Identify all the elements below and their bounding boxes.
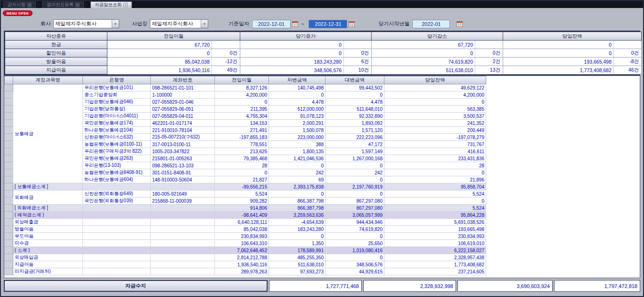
bank-name-cell[interactable] — [83, 183, 151, 190]
row-selector[interactable] — [5, 127, 13, 134]
prev-balance-cell[interactable]: 85,042,038 — [215, 226, 269, 233]
asset-type-button[interactable]: 지급어음 — [5, 66, 107, 74]
debit-amount-cell[interactable]: 242 — [269, 169, 326, 176]
prev-balance-cell[interactable]: 289,978,263 — [215, 268, 269, 275]
debit-amount-cell[interactable]: 511,638,010 — [269, 261, 326, 268]
daily-balance-cell[interactable]: 21,896 — [384, 176, 486, 183]
account-number-cell[interactable] — [151, 268, 215, 275]
credit-amount-cell[interactable]: 3,065,057,999 — [326, 212, 384, 219]
debit-amount-cell[interactable]: 183,243,280 — [269, 226, 326, 233]
credit-amount-cell[interactable]: 0 — [326, 162, 384, 169]
account-number-cell[interactable]: 215801-01-005263 — [151, 155, 215, 162]
row-selector[interactable] — [5, 155, 13, 162]
account-number-cell[interactable]: 027-055829-01-046 — [151, 99, 215, 106]
prev-balance-cell[interactable]: 6,640,128,111 — [215, 219, 269, 226]
daily-balance-cell[interactable]: 0 — [384, 99, 486, 106]
debit-amount-cell[interactable]: 0 — [269, 190, 326, 198]
debit-amount-cell[interactable]: 512,000,000 — [269, 106, 326, 113]
row-selector[interactable] — [5, 99, 13, 106]
summary-amount-cell[interactable]: 0 — [503, 49, 614, 58]
bank-name-cell[interactable]: 우리은행(구매자금3억 822) — [83, 148, 151, 155]
asset-type-button[interactable]: 할인어음 — [5, 49, 107, 58]
account-number-cell[interactable]: 1-100000 — [151, 91, 215, 99]
credit-amount-cell[interactable]: 0 — [326, 190, 384, 198]
debit-amount-cell[interactable]: 1,500,078 — [269, 127, 326, 134]
credit-amount-cell[interactable]: 4,478 — [326, 99, 384, 106]
debit-amount-cell[interactable]: 2,393,175,838 — [269, 183, 326, 190]
prev-balance-cell[interactable]: 0 — [215, 169, 269, 176]
account-number-cell[interactable]: 027-055829-06-051 — [151, 106, 215, 113]
row-selector[interactable] — [5, 113, 13, 120]
calendar-icon[interactable] — [349, 21, 355, 27]
debit-amount-cell[interactable]: 1,421,046,536 — [269, 155, 326, 162]
row-selector[interactable] — [5, 176, 13, 183]
daily-balance-cell[interactable]: 0 — [384, 169, 486, 176]
prev-balance-cell[interactable]: 28 — [215, 162, 269, 169]
debit-amount-cell[interactable]: -4,654,639 — [269, 219, 326, 226]
account-number-cell[interactable]: 301-0151-8408-91 — [151, 169, 215, 176]
account-number-cell[interactable]: 1005-203-347822 — [151, 148, 215, 155]
tab-close-icon[interactable]: × — [75, 3, 80, 7]
account-label-cell[interactable]: [ 보통예금소계 ] — [13, 183, 83, 190]
row-selector[interactable] — [5, 212, 13, 219]
row-selector[interactable] — [5, 148, 13, 155]
account-number-cell[interactable] — [151, 212, 215, 219]
credit-amount-cell[interactable]: 25,650 — [326, 240, 384, 247]
detail-row[interactable]: ( 소계 )7,062,648,452178,589,9911,019,080,… — [5, 247, 486, 254]
prev-balance-cell[interactable]: 909,282 — [215, 198, 269, 205]
credit-amount-cell[interactable]: 44,929,615 — [326, 268, 384, 275]
asset-type-button[interactable]: 현금 — [5, 41, 107, 49]
credit-amount-cell[interactable]: 92,332,890 — [326, 113, 384, 120]
summary-count-cell[interactable]: 0건 — [212, 49, 240, 58]
account-number-cell[interactable] — [151, 205, 215, 212]
prev-balance-cell[interactable]: 8,327,126 — [215, 84, 269, 91]
daily-balance-cell[interactable]: 95,864,228 — [384, 212, 486, 219]
row-selector[interactable] — [5, 268, 13, 275]
summary-count-cell[interactable]: -12건 — [212, 58, 240, 66]
prev-balance-cell[interactable]: 5,524 — [215, 190, 269, 198]
bank-name-cell[interactable] — [83, 268, 151, 275]
row-selector[interactable] — [5, 226, 13, 233]
detail-row[interactable]: 보통예금우리은행(보통예금101)098-286521-01-1018,327,… — [5, 84, 486, 91]
summary-count-cell[interactable]: -8건 — [614, 58, 642, 66]
bank-name-cell[interactable] — [83, 254, 151, 261]
bank-name-cell[interactable] — [83, 240, 151, 247]
debit-amount-cell[interactable]: 388 — [269, 141, 326, 148]
daily-balance-cell[interactable]: 731,767 — [384, 141, 486, 148]
account-number-cell[interactable] — [151, 261, 215, 268]
debit-amount-cell[interactable]: 1,350 — [269, 240, 326, 247]
asset-type-button[interactable]: 받을어음 — [5, 58, 107, 66]
account-number-cell[interactable] — [151, 226, 215, 233]
summary-amount-cell[interactable]: 348,506,576 — [240, 66, 344, 74]
calendar-icon[interactable] — [457, 21, 463, 27]
debit-amount-cell[interactable]: 0 — [269, 233, 326, 240]
daily-balance-cell[interactable]: 2,328,957,438 — [384, 254, 486, 261]
summary-count-cell[interactable]: 0건 — [475, 49, 503, 58]
detail-row[interactable]: 미지급금(거래처)289,978,26397,693,27344,929,615… — [5, 268, 486, 275]
prev-balance-cell[interactable]: 79,385,468 — [215, 155, 269, 162]
summary-count-cell[interactable]: 0건 — [344, 49, 372, 58]
row-selector[interactable] — [5, 240, 13, 247]
prev-balance-cell[interactable]: 134,153 — [215, 120, 269, 127]
debit-amount-cell[interactable]: 0 — [269, 162, 326, 169]
detail-row[interactable]: 외화예금신한은행(외화통장649)180-005-9216495,524005,… — [5, 190, 486, 198]
debit-amount-cell[interactable]: 69 — [269, 176, 326, 183]
row-selector[interactable] — [5, 233, 13, 240]
account-number-cell[interactable] — [151, 247, 215, 254]
account-number-cell[interactable]: 098-286521-01-101 — [151, 84, 215, 91]
account-number-cell[interactable]: 098-286521-13-103 — [151, 162, 215, 169]
row-selector[interactable] — [5, 205, 13, 212]
account-label-cell[interactable]: 받을어음 — [13, 226, 83, 233]
chevron-down-icon[interactable]: ▼ — [201, 20, 208, 28]
prev-balance-cell[interactable]: 4,755,304 — [215, 113, 269, 120]
prev-balance-cell[interactable]: 271,491 — [215, 127, 269, 134]
account-label-cell[interactable]: ( 소계 ) — [13, 247, 83, 254]
summary-amount-cell[interactable]: 74,619,820 — [372, 58, 475, 66]
summary-amount-cell[interactable]: 183,243,280 — [240, 58, 344, 66]
prev-balance-cell[interactable]: 1,936,540,116 — [215, 261, 269, 268]
site-select[interactable]: 제일제지주식회사 ▼ — [150, 19, 208, 28]
daily-balance-cell[interactable]: 49,629,122 — [384, 84, 486, 91]
account-number-cell[interactable]: 215868-11-000039 — [151, 198, 215, 205]
summary-count-cell[interactable]: 0건 — [614, 49, 642, 58]
credit-amount-cell[interactable]: 867,297,080 — [326, 198, 384, 205]
